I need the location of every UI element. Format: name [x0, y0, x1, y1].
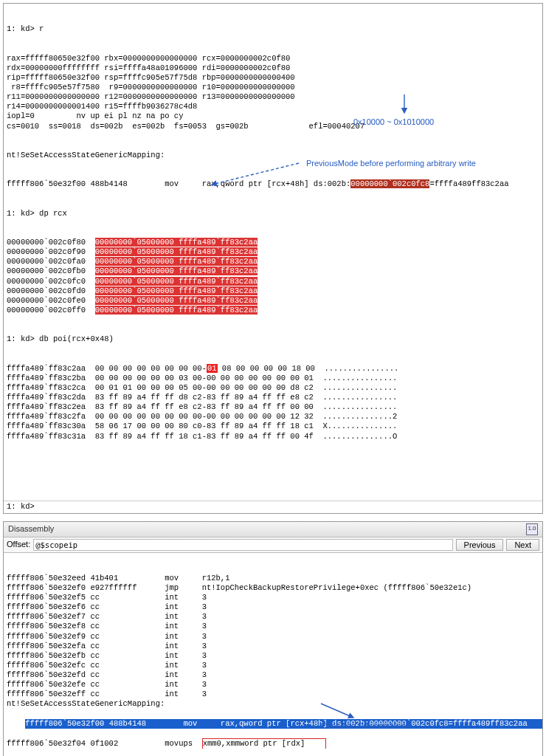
- disasm-line: fffff806`50e32ef6 cc int 3: [7, 602, 539, 612]
- disasm-line: fffff806`50e32eff cc int 3: [7, 690, 539, 699]
- kd-input-1[interactable]: 1: kd>: [4, 501, 542, 512]
- heap-spray-value: 00000000`05000000 ffffa489`ff83c2aa: [95, 247, 258, 256]
- kd-output-panel-1: 1: kd> r rax=fffff80650e32f00 rbx=000000…: [3, 3, 543, 514]
- dp-row: 00000000`002c0ff0 00000000`05000000 ffff…: [7, 306, 539, 315]
- highlight-byte: 01: [207, 364, 218, 373]
- disasm-line: fffff806`50e32efc cc int 3: [7, 661, 539, 670]
- db-row: ffffa489`ff83c2da 83 ff 89 a4 ff ff d8 c…: [7, 393, 539, 402]
- heap-spray-value: 00000000`05000000 ffffa489`ff83c2aa: [95, 277, 258, 286]
- disasm-line: nt!SeSetAccessStateGenericMapping:: [7, 699, 539, 709]
- disasm-line: fffff806`50e32efe cc int 3: [7, 680, 539, 690]
- heap-spray-value: 00000000`05000000 ffffa489`ff83c2aa: [95, 306, 258, 315]
- heap-spray-value: 00000000`05000000 ffffa489`ff83c2aa: [95, 296, 258, 305]
- kd-output-content-1[interactable]: 1: kd> r rax=fffff80650e32f00 rbx=000000…: [4, 4, 542, 501]
- prev-button[interactable]: Previous: [456, 539, 504, 551]
- disasm-content-1[interactable]: fffff806`50e32eed 41b401 mov r12b,1fffff…: [4, 553, 542, 757]
- offset-label: Offset:: [7, 540, 30, 550]
- disasm-line: fffff806`50e32efd cc int 3: [7, 670, 539, 680]
- db-row: ffffa489`ff83c2fa 00 00 00 00 00 00 00 0…: [7, 412, 539, 422]
- disasm-line: fffff806`50e32eed 41b401 mov r12b,1: [7, 574, 539, 583]
- annotation-overwrite: Overwrite PreviousMode: [321, 721, 410, 732]
- db-row: ffffa489`ff83c31a 83 ff 89 a4 ff ff 18 c…: [7, 432, 539, 441]
- dp-row: 00000000`002c0fe0 00000000`05000000 ffff…: [7, 296, 539, 306]
- dp-row: 00000000`002c0fd0 00000000`05000000 ffff…: [7, 286, 539, 296]
- dp-row: 00000000`002c0f90 00000000`05000000 ffff…: [7, 247, 539, 257]
- heap-spray-value: 00000000`05000000 ffffa489`ff83c2aa: [95, 238, 258, 247]
- disasm-line: fffff806`50e32ef0 e927ffffff jmp nt!IopC…: [7, 583, 539, 593]
- registers-dump: rax=fffff80650e32f00 rbx=000000000000000…: [7, 54, 539, 131]
- db-row: ffffa489`ff83c2ca 00 01 01 00 00 00 05 0…: [7, 383, 539, 393]
- disasm-current-line: fffff806`50e32f00 488b4148 mov rax,qword…: [25, 719, 542, 729]
- dp-row: 00000000`002c0fc0 00000000`05000000 ffff…: [7, 277, 539, 286]
- disasm-line: fffff806`50e32f04 0f1002 movups xmm0,xmm…: [7, 738, 539, 749]
- dp-row: 00000000`002c0fb0 00000000`05000000 ffff…: [7, 267, 539, 276]
- disasm-line: fffff806`50e32ef7 cc int 3: [7, 612, 539, 622]
- disasm-line: fffff806`50e32ef9 cc int 3: [7, 632, 539, 642]
- cmd-dp: 1: kd> dp rcx: [7, 209, 539, 219]
- db-row: ffffa489`ff83c2ea 83 ff 89 a4 ff ff e8 c…: [7, 402, 539, 412]
- annotation-prevmode-before: PreviousMode before performing arbitrary…: [306, 159, 476, 169]
- dp-row: 00000000`002c0f80 00000000`05000000 ffff…: [7, 238, 539, 247]
- db-row: ffffa489`ff83c2ba 00 00 00 00 00 00 03 0…: [7, 374, 539, 383]
- highlight-box: xmm0,xmmword ptr [rdx]: [202, 738, 327, 749]
- disasm-line: fffff806`50e32ef8 cc int 3: [7, 622, 539, 631]
- disasm-line: fffff806`50e32ef5 cc int 3: [7, 593, 539, 602]
- db-row: ffffa489`ff83c2aa 00 00 00 00 00 00 00 0…: [7, 364, 539, 374]
- io-icon[interactable]: 1.0: [526, 523, 538, 535]
- heap-spray-value: 00000000`05000000 ffffa489`ff83c2aa: [95, 286, 258, 295]
- panel-title: Disassembly: [8, 524, 54, 535]
- cmd-r: 1: kd> r: [7, 24, 539, 34]
- heap-spray-value: 00000000`05000000 ffffa489`ff83c2aa: [95, 257, 258, 266]
- offset-input[interactable]: [33, 539, 452, 551]
- disasm-line: fffff806`50e32f00 488b4148 mov rax,qword…: [7, 179, 539, 189]
- db-row: ffffa489`ff83c30a 58 06 17 00 00 00 80 c…: [7, 422, 539, 431]
- disassembly-panel-1: Disassembly 1.0 Offset: Previous Next ff…: [3, 521, 543, 757]
- heap-spray-value: 00000000`05000000 ffffa489`ff83c2aa: [95, 267, 258, 275]
- disasm-line: fffff806`50e32efb cc int 3: [7, 651, 539, 661]
- disasm-line: fffff806`50e32efa cc int 3: [7, 642, 539, 651]
- cmd-db-1: 1: kd> db poi(rcx+0x48): [7, 334, 539, 344]
- annotation-range: 0x10000 ~ 0x1010000: [353, 117, 434, 128]
- dp-row: 00000000`002c0fa0 00000000`05000000 ffff…: [7, 257, 539, 267]
- next-button[interactable]: Next: [506, 539, 539, 551]
- highlight-address: 00000000`002c0fc8: [350, 179, 429, 188]
